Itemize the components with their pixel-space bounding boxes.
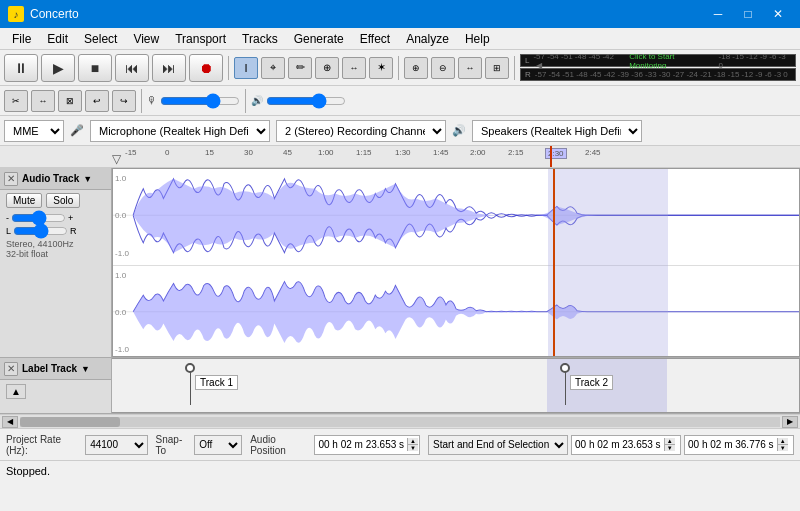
label-track-panel: ✕ Label Track ▼ ▲	[0, 358, 112, 413]
sel-start-value: 00 h 02 m 23.653 s	[572, 439, 664, 450]
select-tool[interactable]: I	[234, 57, 258, 79]
app-icon: ♪	[8, 6, 24, 22]
selection-type-select[interactable]: Start and End of Selection	[428, 435, 568, 455]
sel-start-up[interactable]: ▲	[664, 438, 675, 445]
tick-115: 1:15	[356, 148, 372, 157]
scroll-left-btn[interactable]: ◀	[2, 416, 18, 428]
audio-pos-down[interactable]: ▼	[407, 445, 418, 451]
tick-230: 2:30	[545, 148, 567, 159]
audio-pos-input[interactable]: 00 h 02 m 23.653 s ▲ ▼	[314, 435, 420, 455]
menu-edit[interactable]: Edit	[39, 30, 76, 48]
device-toolbar: MME 🎤 Microphone (Realtek High Defini 2 …	[0, 116, 800, 146]
menu-help[interactable]: Help	[457, 30, 498, 48]
label-track-dropdown[interactable]: ▼	[81, 364, 90, 374]
svg-text:-1.0: -1.0	[115, 344, 129, 353]
pan-slider[interactable]	[13, 227, 68, 235]
gain-slider[interactable]	[11, 214, 66, 222]
menu-select[interactable]: Select	[76, 30, 125, 48]
next-button[interactable]: ⏭	[152, 54, 186, 82]
hscrollbar[interactable]: ◀ ▶	[0, 414, 800, 428]
snap-to-select[interactable]: Off	[194, 435, 242, 455]
menu-generate[interactable]: Generate	[286, 30, 352, 48]
label1-text[interactable]: Track 1	[195, 375, 238, 390]
audio-track-name: Audio Track	[22, 173, 79, 184]
close-button[interactable]: ✕	[764, 4, 792, 24]
timeshift-tool[interactable]: ↔	[342, 57, 366, 79]
tick-0: 0	[165, 148, 169, 157]
fit-tool[interactable]: ↔	[458, 57, 482, 79]
selection-field: Start and End of Selection 00 h 02 m 23.…	[428, 435, 794, 455]
play-button[interactable]: ▶	[41, 54, 75, 82]
scroll-right-btn[interactable]: ▶	[782, 416, 798, 428]
audio-track-dropdown[interactable]: ▼	[83, 174, 92, 184]
stop-button[interactable]: ■	[78, 54, 112, 82]
host-select[interactable]: MME	[4, 120, 64, 142]
silence-tool[interactable]: ⊠	[58, 90, 82, 112]
envelope-tool[interactable]: ⌖	[261, 57, 285, 79]
record-button[interactable]: ⏺	[189, 54, 223, 82]
audio-track-row: ✕ Audio Track ▼ Mute Solo - + L R Stereo…	[0, 168, 800, 358]
mute-button[interactable]: Mute	[6, 193, 42, 208]
undo-tool[interactable]: ↩	[85, 90, 109, 112]
zoom-tool[interactable]: ⊕	[315, 57, 339, 79]
timeline-ruler: ▽ -15 0 15 30 45 1:00 1:15 1:30 1:45 2:0…	[0, 146, 800, 168]
playhead-line	[553, 169, 555, 356]
zoom-out-tool[interactable]: ⊖	[431, 57, 455, 79]
sel-start-down[interactable]: ▼	[664, 445, 675, 451]
menu-view[interactable]: View	[125, 30, 167, 48]
label2-text[interactable]: Track 2	[570, 375, 613, 390]
sel-end-down[interactable]: ▼	[777, 445, 788, 451]
menu-analyze[interactable]: Analyze	[398, 30, 457, 48]
menu-bar: File Edit Select View Transport Tracks G…	[0, 28, 800, 50]
clip-tool[interactable]: ✂	[4, 90, 28, 112]
track-info: Stereo, 44100Hz 32-bit float	[0, 237, 111, 261]
sel-start-input[interactable]: 00 h 02 m 23.653 s ▲ ▼	[571, 435, 681, 455]
menu-transport[interactable]: Transport	[167, 30, 234, 48]
input-gain-slider[interactable]	[160, 97, 240, 105]
menu-effect[interactable]: Effect	[352, 30, 398, 48]
channels-select[interactable]: 2 (Stereo) Recording Channels	[276, 120, 446, 142]
level-R-label: R	[525, 70, 531, 79]
menu-file[interactable]: File	[4, 30, 39, 48]
pause-button[interactable]: ⏸	[4, 54, 38, 82]
solo-button[interactable]: Solo	[46, 193, 80, 208]
prev-button[interactable]: ⏮	[115, 54, 149, 82]
sel-end-up[interactable]: ▲	[777, 438, 788, 445]
audio-pos-up[interactable]: ▲	[407, 438, 418, 445]
input-device-select[interactable]: Microphone (Realtek High Defini	[90, 120, 270, 142]
svg-text:1.0: 1.0	[115, 270, 127, 279]
output-gain-slider[interactable]	[266, 97, 346, 105]
zoom-sel-tool[interactable]: ⊞	[485, 57, 509, 79]
audio-track-close[interactable]: ✕	[4, 172, 18, 186]
zoom-in-tool[interactable]: ⊕	[404, 57, 428, 79]
label-track-close[interactable]: ✕	[4, 362, 18, 376]
label-up-button[interactable]: ▲	[6, 384, 26, 399]
scroll-thumb[interactable]	[20, 417, 120, 427]
maximize-button[interactable]: □	[734, 4, 762, 24]
menu-tracks[interactable]: Tracks	[234, 30, 286, 48]
window-controls: ─ □ ✕	[704, 4, 792, 24]
waveform-area[interactable]: 1.0 0.0 -1.0 1.0 0.0 -1.0	[112, 168, 800, 357]
draw-tool[interactable]: ✏	[288, 57, 312, 79]
tick-130: 1:30	[395, 148, 411, 157]
snap-to-label: Snap-To	[156, 434, 192, 456]
mic-device-icon: 🎤	[70, 124, 84, 137]
minimize-button[interactable]: ─	[704, 4, 732, 24]
stopped-status: Stopped.	[6, 465, 50, 477]
click-to-monitor[interactable]: Click to Start Monitoring	[629, 52, 712, 70]
pan-R: R	[70, 226, 77, 236]
multi-tool[interactable]: ✶	[369, 57, 393, 79]
tick-30: 30	[244, 148, 253, 157]
tick-215: 2:15	[508, 148, 524, 157]
label-track-name: Label Track	[22, 363, 77, 374]
tick-245: 2:45	[585, 148, 601, 157]
output-device-select[interactable]: Speakers (Realtek High Defini	[472, 120, 642, 142]
title-bar: ♪ Concerto ─ □ ✕	[0, 0, 800, 28]
highlight-region	[548, 169, 668, 356]
label1-pin	[185, 363, 195, 373]
redo-tool[interactable]: ↪	[112, 90, 136, 112]
trim-tool[interactable]: ↔	[31, 90, 55, 112]
sel-end-input[interactable]: 00 h 02 m 36.776 s ▲ ▼	[684, 435, 794, 455]
tick-145: 1:45	[433, 148, 449, 157]
project-rate-select[interactable]: 44100	[85, 435, 147, 455]
